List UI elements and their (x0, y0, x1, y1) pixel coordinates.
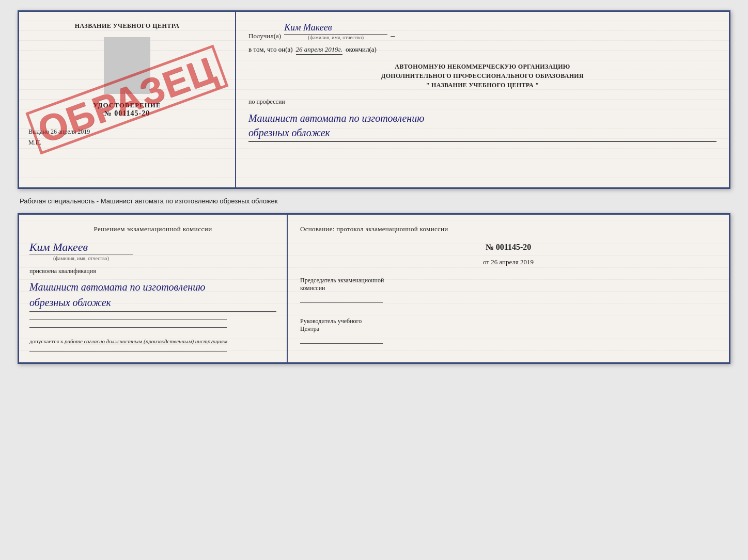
blank-line2 (29, 327, 227, 328)
vtom-row: в том, что он(а) 26 апреля 2019г. окончи… (248, 45, 716, 55)
profession-line1: Машинист автомата по изготовлению (248, 111, 716, 125)
dopuskaetsya-prefix: допускается к (29, 338, 63, 344)
photo-placeholder (104, 37, 150, 94)
bottom-doc-left: Решением экзаменационной комиссии Ким Ма… (19, 215, 288, 362)
okonchil-label: окончил(а) (346, 45, 377, 54)
ot-date: 26 апреля 2019 (491, 258, 534, 266)
org-line1: АВТОНОМНУЮ НЕКОММЕРЧЕСКУЮ ОРГАНИЗАЦИЮ (248, 62, 716, 71)
separator-text: Рабочая специальность - Машинист автомат… (18, 197, 730, 205)
fio-hint-bottom: (фамилия, имя, отчество) (29, 254, 133, 261)
dash1: – (391, 31, 395, 40)
vydano-line: Выдано 26 апреля 2019 (28, 128, 226, 136)
poluchil-line: Получил(а) Ким Макеев (фамилия, имя, отч… (248, 22, 716, 40)
fio-hint-top: (фамилия, имя, отчество) (284, 35, 387, 40)
predsedatel-block: Председатель экзаменационной комиссии (300, 277, 716, 305)
predsedatel-signature-line (300, 302, 383, 303)
recipient-name: Ким Макеев (284, 22, 387, 35)
predsedatel-line2: комиссии (300, 284, 716, 292)
vtom-label: в том, что он(а) (248, 45, 293, 54)
mp-label: М.П. (28, 139, 226, 147)
profession-line2: обрезных обложек (248, 125, 716, 141)
blank-line3 (29, 351, 227, 352)
prisvoena-label: присвоена квалификация (29, 267, 276, 275)
resheniem-title: Решением экзаменационной комиссии (29, 225, 276, 233)
osnovanie-title: Основание: протокол экзаменационной коми… (300, 225, 716, 233)
dopuskaetsya-block: допускается к работе согласно должностны… (29, 338, 276, 344)
top-document: НАЗВАНИЕ УЧЕБНОГО ЦЕНТРА ОБРАЗЕЦ УДОСТОВ… (18, 10, 730, 189)
udostoverenie-block: УДОСТОВЕРЕНИЕ № 001145-20 (93, 101, 161, 118)
vydano-label: Выдано (28, 128, 49, 135)
rukovoditel-line2: Центра (300, 325, 716, 333)
dopuskaetsya-cursive-text: работе согласно должностным (производств… (65, 338, 227, 344)
rukovoditel-signature-line (300, 343, 383, 344)
udostoverenie-number: № 001145-20 (93, 109, 161, 118)
org-line2: ДОПОЛНИТЕЛЬНОГО ПРОФЕССИОНАЛЬНОГО ОБРАЗО… (248, 71, 716, 81)
org-line3: " НАЗВАНИЕ УЧЕБНОГО ЦЕНТРА " (248, 81, 716, 90)
rukovoditel-line1: Руководитель учебного (300, 317, 716, 325)
qualification-line1: Машинист автомата по изготовлению (29, 279, 276, 295)
qualification-block: Машинист автомата по изготовлению обрезн… (29, 279, 276, 312)
profession-block: Машинист автомата по изготовлению обрезн… (248, 111, 716, 142)
rukovoditel-block: Руководитель учебного Центра (300, 317, 716, 346)
commission-person-name: Ким Макеев (29, 241, 88, 254)
udostoverenie-title: УДОСТОВЕРЕНИЕ (93, 101, 161, 109)
ot-label: от (483, 258, 489, 266)
top-doc-left: НАЗВАНИЕ УЧЕБНОГО ЦЕНТРА ОБРАЗЕЦ УДОСТОВ… (19, 12, 236, 187)
blank-line1 (29, 319, 227, 320)
top-doc-right: Получил(а) Ким Макеев (фамилия, имя, отч… (236, 12, 729, 187)
po-professii-label: по профессии (248, 98, 716, 106)
protocol-number: № 001145-20 (300, 243, 716, 252)
qualification-line2: обрезных обложек (29, 295, 276, 312)
center-name-top: НАЗВАНИЕ УЧЕБНОГО ЦЕНТРА (75, 22, 180, 30)
predsedatel-line1: Председатель экзаменационной (300, 277, 716, 284)
bottom-doc-right: Основание: протокол экзаменационной коми… (288, 215, 729, 362)
bottom-document: Решением экзаменационной комиссии Ким Ма… (18, 213, 730, 364)
vydano-date: 26 апреля 2019 (51, 128, 90, 135)
org-block: АВТОНОМНУЮ НЕКОММЕРЧЕСКУЮ ОРГАНИЗАЦИЮ ДО… (248, 62, 716, 90)
poluchil-label: Получил(а) (248, 32, 281, 40)
vtom-date: 26 апреля 2019г. (296, 45, 342, 55)
protocol-date-row: от 26 апреля 2019 (300, 258, 716, 266)
